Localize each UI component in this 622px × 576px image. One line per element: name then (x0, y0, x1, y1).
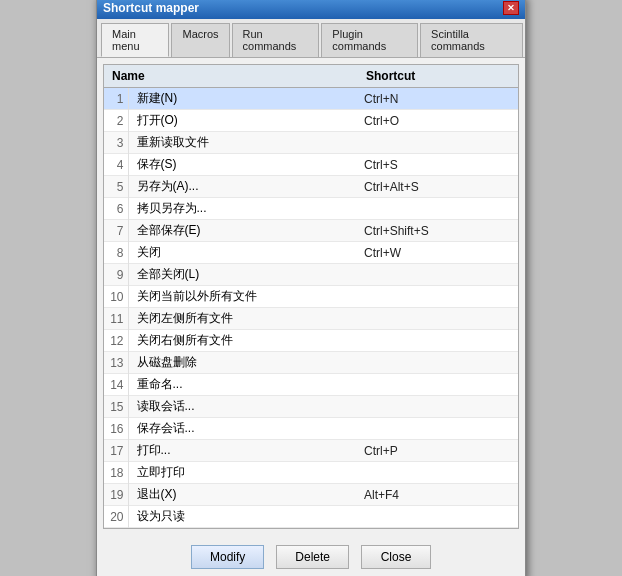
modify-button[interactable]: Modify (191, 545, 264, 569)
row-name: 关闭 (128, 242, 358, 264)
table-row[interactable]: 9全部关闭(L) (104, 264, 518, 286)
row-number: 19 (104, 484, 128, 506)
row-number: 9 (104, 264, 128, 286)
row-shortcut (358, 506, 518, 528)
row-shortcut (358, 264, 518, 286)
row-name: 拷贝另存为... (128, 198, 358, 220)
shortcut-table: Name Shortcut 1新建(N)Ctrl+N2打开(O)Ctrl+O3重… (104, 65, 518, 528)
row-name: 保存(S) (128, 154, 358, 176)
table-row[interactable]: 17打印...Ctrl+P (104, 440, 518, 462)
row-number: 5 (104, 176, 128, 198)
row-shortcut: Ctrl+W (358, 242, 518, 264)
row-name: 全部关闭(L) (128, 264, 358, 286)
row-number: 12 (104, 330, 128, 352)
table-row[interactable]: 14重命名... (104, 374, 518, 396)
row-number: 20 (104, 506, 128, 528)
table-row[interactable]: 11关闭左侧所有文件 (104, 308, 518, 330)
shortcut-table-container: Name Shortcut 1新建(N)Ctrl+N2打开(O)Ctrl+O3重… (103, 64, 519, 529)
table-row[interactable]: 3重新读取文件 (104, 132, 518, 154)
row-name: 设为只读 (128, 506, 358, 528)
table-row[interactable]: 4保存(S)Ctrl+S (104, 154, 518, 176)
row-shortcut (358, 352, 518, 374)
row-name: 全部保存(E) (128, 220, 358, 242)
table-row[interactable]: 7全部保存(E)Ctrl+Shift+S (104, 220, 518, 242)
main-window: Shortcut mapper ✕ Main menu Macros Run c… (96, 0, 526, 576)
row-name: 关闭当前以外所有文件 (128, 286, 358, 308)
row-name: 关闭右侧所有文件 (128, 330, 358, 352)
row-name: 重新读取文件 (128, 132, 358, 154)
row-name: 重命名... (128, 374, 358, 396)
row-name: 关闭左侧所有文件 (128, 308, 358, 330)
row-number: 3 (104, 132, 128, 154)
table-row[interactable]: 1新建(N)Ctrl+N (104, 88, 518, 110)
row-shortcut (358, 308, 518, 330)
table-row[interactable]: 10关闭当前以外所有文件 (104, 286, 518, 308)
col-name-header: Name (104, 65, 358, 88)
tab-run-commands[interactable]: Run commands (232, 23, 320, 57)
title-bar: Shortcut mapper ✕ (97, 0, 525, 19)
window-title: Shortcut mapper (103, 1, 199, 15)
row-shortcut (358, 330, 518, 352)
table-row[interactable]: 8关闭Ctrl+W (104, 242, 518, 264)
close-window-button[interactable]: ✕ (503, 1, 519, 15)
row-number: 18 (104, 462, 128, 484)
row-name: 新建(N) (128, 88, 358, 110)
row-number: 6 (104, 198, 128, 220)
title-bar-buttons: ✕ (503, 1, 519, 15)
table-row[interactable]: 16保存会话... (104, 418, 518, 440)
row-shortcut: Ctrl+Alt+S (358, 176, 518, 198)
row-shortcut: Alt+F4 (358, 484, 518, 506)
tab-bar: Main menu Macros Run commands Plugin com… (97, 19, 525, 58)
row-name: 保存会话... (128, 418, 358, 440)
delete-button[interactable]: Delete (276, 545, 349, 569)
row-shortcut: Ctrl+S (358, 154, 518, 176)
row-shortcut: Ctrl+N (358, 88, 518, 110)
row-number: 14 (104, 374, 128, 396)
row-number: 13 (104, 352, 128, 374)
row-number: 1 (104, 88, 128, 110)
row-shortcut (358, 462, 518, 484)
table-row[interactable]: 19退出(X)Alt+F4 (104, 484, 518, 506)
table-row[interactable]: 6拷贝另存为... (104, 198, 518, 220)
row-number: 7 (104, 220, 128, 242)
row-shortcut (358, 286, 518, 308)
row-name: 打开(O) (128, 110, 358, 132)
row-number: 2 (104, 110, 128, 132)
row-shortcut (358, 198, 518, 220)
table-row[interactable]: 15读取会话... (104, 396, 518, 418)
tab-scintilla-commands[interactable]: Scintilla commands (420, 23, 523, 57)
row-shortcut: Ctrl+O (358, 110, 518, 132)
close-button[interactable]: Close (361, 545, 431, 569)
table-row[interactable]: 20设为只读 (104, 506, 518, 528)
tab-macros[interactable]: Macros (171, 23, 229, 57)
table-row[interactable]: 18立即打印 (104, 462, 518, 484)
row-number: 11 (104, 308, 128, 330)
row-number: 10 (104, 286, 128, 308)
table-row[interactable]: 2打开(O)Ctrl+O (104, 110, 518, 132)
row-name: 读取会话... (128, 396, 358, 418)
table-header-row: Name Shortcut (104, 65, 518, 88)
row-name: 打印... (128, 440, 358, 462)
tab-plugin-commands[interactable]: Plugin commands (321, 23, 418, 57)
col-shortcut-header: Shortcut (358, 65, 518, 88)
tab-main-menu[interactable]: Main menu (101, 23, 169, 57)
table-row[interactable]: 12关闭右侧所有文件 (104, 330, 518, 352)
row-number: 4 (104, 154, 128, 176)
row-name: 退出(X) (128, 484, 358, 506)
row-shortcut: Ctrl+P (358, 440, 518, 462)
table-row[interactable]: 13从磁盘删除 (104, 352, 518, 374)
row-number: 16 (104, 418, 128, 440)
row-shortcut (358, 396, 518, 418)
row-number: 17 (104, 440, 128, 462)
row-shortcut (358, 132, 518, 154)
row-number: 8 (104, 242, 128, 264)
row-number: 15 (104, 396, 128, 418)
row-name: 立即打印 (128, 462, 358, 484)
button-bar: Modify Delete Close (97, 535, 525, 576)
row-shortcut (358, 374, 518, 396)
table-row[interactable]: 5另存为(A)...Ctrl+Alt+S (104, 176, 518, 198)
row-name: 另存为(A)... (128, 176, 358, 198)
content-area: Name Shortcut 1新建(N)Ctrl+N2打开(O)Ctrl+O3重… (97, 58, 525, 535)
row-shortcut: Ctrl+Shift+S (358, 220, 518, 242)
row-name: 从磁盘删除 (128, 352, 358, 374)
